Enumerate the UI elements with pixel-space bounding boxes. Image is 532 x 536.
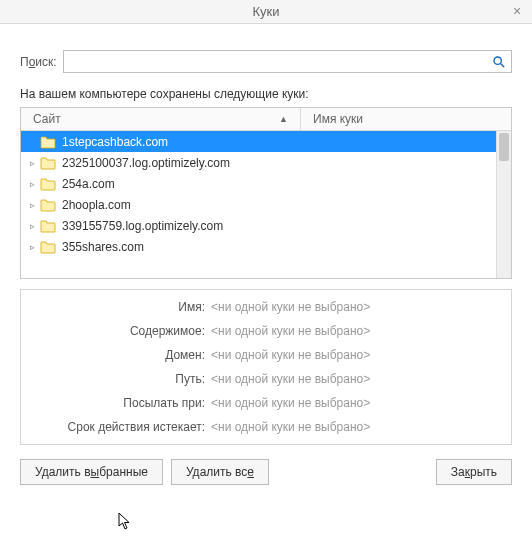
- table-row[interactable]: ▹2hoopla.com: [21, 194, 496, 215]
- table-row[interactable]: ▹339155759.log.optimizely.com: [21, 215, 496, 236]
- search-icon[interactable]: [491, 54, 507, 70]
- search-label: Поиск:: [20, 55, 57, 69]
- folder-icon: [40, 219, 56, 233]
- detail-label-expires: Срок действия истекает:: [21, 420, 211, 434]
- table-row[interactable]: 1stepcashback.com: [21, 131, 496, 152]
- detail-row-domain: Домен: <ни одной куки не выбрано>: [21, 348, 497, 362]
- titlebar: Куки ×: [0, 0, 532, 24]
- detail-label-domain: Домен:: [21, 348, 211, 362]
- cookie-details: Имя: <ни одной куки не выбрано> Содержим…: [20, 289, 512, 445]
- detail-label-path: Путь:: [21, 372, 211, 386]
- list-body: 1stepcashback.com▹2325100037.log.optimiz…: [21, 131, 511, 278]
- column-header-name-label: Имя куки: [313, 112, 363, 126]
- cookie-list: Сайт ▲ Имя куки 1stepcashback.com▹232510…: [20, 107, 512, 279]
- column-header-site-label: Сайт: [33, 112, 61, 126]
- detail-row-expires: Срок действия истекает: <ни одной куки н…: [21, 420, 497, 434]
- svg-line-1: [501, 63, 505, 67]
- expand-icon[interactable]: ▹: [27, 221, 37, 231]
- table-row[interactable]: ▹2325100037.log.optimizely.com: [21, 152, 496, 173]
- folder-icon: [40, 240, 56, 254]
- folder-icon: [40, 177, 56, 191]
- detail-label-send: Посылать при:: [21, 396, 211, 410]
- detail-row-name: Имя: <ни одной куки не выбрано>: [21, 300, 497, 314]
- row-site-label: 2325100037.log.optimizely.com: [62, 156, 230, 170]
- remove-all-button[interactable]: Удалить все: [171, 459, 269, 485]
- detail-value-name: <ни одной куки не выбрано>: [211, 300, 370, 314]
- footer: Удалить выбранные Удалить все Закрыть: [20, 459, 512, 485]
- scrollbar-thumb[interactable]: [499, 133, 509, 161]
- row-site-label: 254a.com: [62, 177, 115, 191]
- expand-icon[interactable]: ▹: [27, 200, 37, 210]
- detail-value-domain: <ни одной куки не выбрано>: [211, 348, 370, 362]
- detail-value-content: <ни одной куки не выбрано>: [211, 324, 370, 338]
- detail-value-send: <ни одной куки не выбрано>: [211, 396, 370, 410]
- row-site-label: 339155759.log.optimizely.com: [62, 219, 223, 233]
- search-field[interactable]: [63, 50, 512, 73]
- row-site-label: 1stepcashback.com: [62, 135, 168, 149]
- vertical-scrollbar[interactable]: [496, 131, 511, 278]
- table-row[interactable]: ▹254a.com: [21, 173, 496, 194]
- remove-selected-button[interactable]: Удалить выбранные: [20, 459, 163, 485]
- expand-icon[interactable]: ▹: [27, 242, 37, 252]
- detail-value-expires: <ни одной куки не выбрано>: [211, 420, 370, 434]
- detail-label-content: Содержимое:: [21, 324, 211, 338]
- expand-icon[interactable]: ▹: [27, 179, 37, 189]
- row-site-label: 355shares.com: [62, 240, 144, 254]
- cursor-icon: [118, 512, 134, 535]
- detail-label-name: Имя:: [21, 300, 211, 314]
- row-site-label: 2hoopla.com: [62, 198, 131, 212]
- detail-value-path: <ни одной куки не выбрано>: [211, 372, 370, 386]
- detail-row-content: Содержимое: <ни одной куки не выбрано>: [21, 324, 497, 338]
- detail-row-path: Путь: <ни одной куки не выбрано>: [21, 372, 497, 386]
- search-input[interactable]: [68, 53, 491, 71]
- svg-point-0: [494, 57, 501, 64]
- intro-text: На вашем компьютере сохранены следующие …: [20, 87, 512, 101]
- close-button[interactable]: Закрыть: [436, 459, 512, 485]
- column-header-site[interactable]: Сайт ▲: [21, 108, 301, 130]
- list-header[interactable]: Сайт ▲ Имя куки: [21, 108, 511, 131]
- folder-icon: [40, 135, 56, 149]
- column-header-name[interactable]: Имя куки: [301, 108, 511, 130]
- folder-icon: [40, 156, 56, 170]
- detail-row-send: Посылать при: <ни одной куки не выбрано>: [21, 396, 497, 410]
- close-icon[interactable]: ×: [508, 2, 526, 20]
- table-row[interactable]: ▹355shares.com: [21, 236, 496, 257]
- window-title: Куки: [252, 4, 279, 19]
- sort-indicator-icon: ▲: [279, 114, 288, 124]
- dialog-content: Поиск: На вашем компьютере сохранены сле…: [0, 24, 532, 499]
- folder-icon: [40, 198, 56, 212]
- expand-icon[interactable]: ▹: [27, 158, 37, 168]
- search-row: Поиск:: [20, 50, 512, 73]
